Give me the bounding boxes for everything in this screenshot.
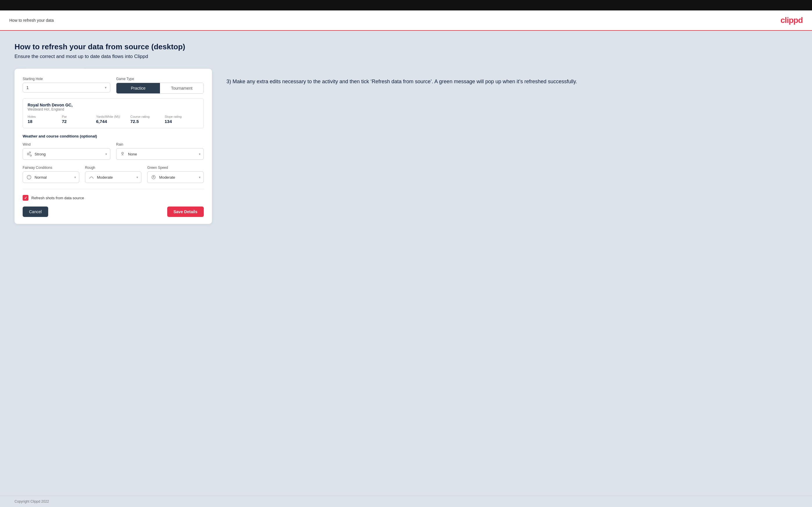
- form-card: Starting Hole 1 ▾ Game Type Practice Tou…: [14, 69, 212, 224]
- tournament-button[interactable]: Tournament: [160, 83, 204, 94]
- wind-group: Wind Strong ▾: [22, 143, 110, 160]
- stat-yards: Yards/White (M)) 6,744: [96, 115, 130, 124]
- breadcrumb: How to refresh your data: [9, 18, 54, 22]
- rough-icon: [88, 174, 95, 180]
- green-speed-select[interactable]: Moderate ▾: [147, 171, 204, 183]
- slope-rating-label: Slope rating: [165, 115, 199, 118]
- form-row-top: Starting Hole 1 ▾ Game Type Practice Tou…: [22, 77, 204, 94]
- game-type-label: Game Type: [116, 77, 204, 81]
- green-speed-value: Moderate: [159, 175, 197, 179]
- rough-group: Rough Moderate ▾: [85, 166, 142, 183]
- yards-label: Yards/White (M)): [96, 115, 130, 118]
- rain-label: Rain: [116, 143, 204, 147]
- holes-value: 18: [28, 119, 62, 124]
- wind-rain-row: Wind Strong ▾ Rain No: [22, 143, 204, 160]
- rain-group: Rain None ▾: [116, 143, 204, 160]
- instruction-text: 3) Make any extra edits necessary to the…: [226, 77, 798, 86]
- rough-chevron-icon: ▾: [137, 175, 138, 179]
- fairway-group: Fairway Conditions Normal ▾: [22, 166, 79, 183]
- course-rating-value: 72.5: [130, 119, 165, 124]
- rough-label: Rough: [85, 166, 142, 170]
- divider: [22, 189, 204, 189]
- par-label: Par: [62, 115, 96, 118]
- wind-icon: [26, 151, 32, 157]
- course-info-box: Royal North Devon GC, Westward Ho!, Engl…: [22, 98, 204, 128]
- slope-rating-value: 134: [165, 119, 199, 124]
- course-rating-label: Course rating: [130, 115, 165, 118]
- green-speed-label: Green Speed: [147, 166, 204, 170]
- course-name: Royal North Devon GC,: [28, 103, 199, 107]
- wind-select[interactable]: Strong ▾: [22, 148, 110, 160]
- conditions-grid-3: Fairway Conditions Normal ▾ Rough: [22, 166, 204, 183]
- rough-value: Moderate: [97, 175, 135, 179]
- yards-value: 6,744: [96, 119, 130, 124]
- conditions-title: Weather and course conditions (optional): [22, 134, 204, 138]
- fairway-label: Fairway Conditions: [22, 166, 79, 170]
- cancel-button[interactable]: Cancel: [22, 207, 48, 217]
- clippd-logo: clippd: [781, 16, 803, 25]
- green-speed-chevron-icon: ▾: [199, 175, 201, 179]
- green-speed-group: Green Speed Moderate ▾: [147, 166, 204, 183]
- rain-chevron-icon: ▾: [199, 152, 201, 156]
- copyright-text: Copyright Clippd 2022: [14, 500, 49, 504]
- fairway-icon: [26, 174, 32, 180]
- holes-label: Holes: [28, 115, 62, 118]
- rain-value: None: [128, 152, 197, 156]
- main-content: How to refresh your data from source (de…: [0, 31, 812, 496]
- refresh-checkbox-label: Refresh shots from data source: [31, 196, 84, 200]
- starting-hole-select[interactable]: 1 ▾: [22, 83, 110, 93]
- refresh-checkbox-row: ✓ Refresh shots from data source: [22, 195, 204, 201]
- fairway-chevron-icon: ▾: [74, 175, 76, 179]
- course-location: Westward Ho!, England: [28, 107, 199, 111]
- rough-select[interactable]: Moderate ▾: [85, 171, 142, 183]
- wind-label: Wind: [22, 143, 110, 147]
- fairway-value: Normal: [35, 175, 72, 179]
- fairway-select[interactable]: Normal ▾: [22, 171, 79, 183]
- header: How to refresh your data clippd: [0, 10, 812, 31]
- page-subtitle: Ensure the correct and most up to date d…: [14, 54, 798, 59]
- refresh-checkbox[interactable]: ✓: [22, 195, 29, 201]
- instruction-panel: 3) Make any extra edits necessary to the…: [226, 69, 798, 86]
- starting-hole-chevron-icon: ▾: [105, 86, 107, 90]
- wind-chevron-icon: ▾: [105, 152, 107, 156]
- btn-row: Cancel Save Details: [22, 207, 204, 217]
- footer: Copyright Clippd 2022: [0, 496, 812, 507]
- par-value: 72: [62, 119, 96, 124]
- top-bar: [0, 0, 812, 10]
- green-speed-icon: [150, 174, 157, 180]
- course-stats: Holes 18 Par 72 Yards/White (M)) 6,744 C…: [28, 115, 199, 124]
- starting-hole-label: Starting Hole: [22, 77, 110, 81]
- content-row: Starting Hole 1 ▾ Game Type Practice Tou…: [14, 69, 798, 224]
- starting-hole-value: 1: [27, 85, 29, 90]
- game-type-toggle: Practice Tournament: [116, 83, 204, 94]
- stat-course-rating: Course rating 72.5: [130, 115, 165, 124]
- game-type-group: Game Type Practice Tournament: [116, 77, 204, 94]
- rain-select[interactable]: None ▾: [116, 148, 204, 160]
- check-icon: ✓: [24, 196, 27, 200]
- page-title: How to refresh your data from source (de…: [14, 42, 798, 51]
- wind-value: Strong: [35, 152, 103, 156]
- practice-button[interactable]: Practice: [116, 83, 160, 94]
- save-details-button[interactable]: Save Details: [167, 207, 204, 217]
- stat-par: Par 72: [62, 115, 96, 124]
- starting-hole-group: Starting Hole 1 ▾: [22, 77, 110, 94]
- stat-slope-rating: Slope rating 134: [165, 115, 199, 124]
- stat-holes: Holes 18: [28, 115, 62, 124]
- svg-point-0: [122, 152, 123, 154]
- rain-icon: [119, 151, 126, 157]
